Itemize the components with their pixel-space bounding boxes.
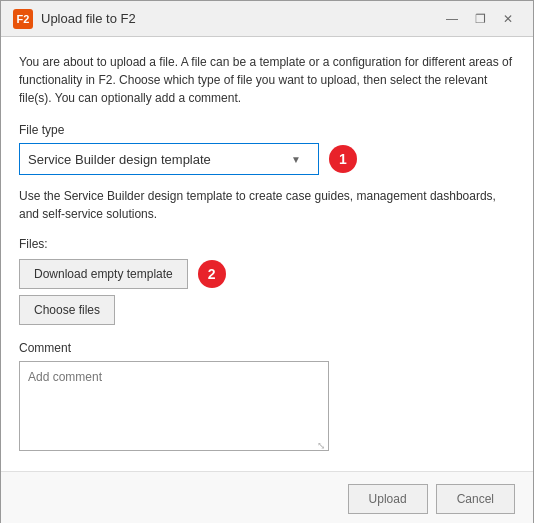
comment-label: Comment — [19, 341, 515, 355]
badge-1: 1 — [329, 145, 357, 173]
choose-files-button[interactable]: Choose files — [19, 295, 115, 325]
file-type-select[interactable]: Service Builder design template — [19, 143, 319, 175]
minimize-button[interactable]: — — [439, 9, 465, 29]
comment-wrapper: ⤡ — [19, 361, 329, 455]
dialog-content: You are about to upload a file. A file c… — [1, 37, 533, 471]
title-bar-left: F2 Upload file to F2 — [13, 9, 136, 29]
description-text: You are about to upload a file. A file c… — [19, 53, 515, 107]
restore-button[interactable]: ❐ — [467, 9, 493, 29]
upload-button[interactable]: Upload — [348, 484, 428, 514]
file-type-row: Service Builder design template ▼ 1 — [19, 143, 515, 175]
files-section: Download empty template 2 Choose files — [19, 259, 515, 325]
cancel-button[interactable]: Cancel — [436, 484, 515, 514]
download-template-button[interactable]: Download empty template — [19, 259, 188, 289]
files-label: Files: — [19, 237, 515, 251]
dialog-footer: Upload Cancel — [1, 471, 533, 523]
title-controls: — ❐ ✕ — [439, 9, 521, 29]
choose-row: Choose files — [19, 295, 515, 325]
file-type-label: File type — [19, 123, 515, 137]
app-icon: F2 — [13, 9, 33, 29]
download-row: Download empty template 2 — [19, 259, 515, 289]
title-bar: F2 Upload file to F2 — ❐ ✕ — [1, 1, 533, 37]
comment-input[interactable] — [19, 361, 329, 451]
close-button[interactable]: ✕ — [495, 9, 521, 29]
upload-dialog: F2 Upload file to F2 — ❐ ✕ You are about… — [0, 0, 534, 523]
help-text: Use the Service Builder design template … — [19, 187, 515, 223]
window-title: Upload file to F2 — [41, 11, 136, 26]
badge-2: 2 — [198, 260, 226, 288]
